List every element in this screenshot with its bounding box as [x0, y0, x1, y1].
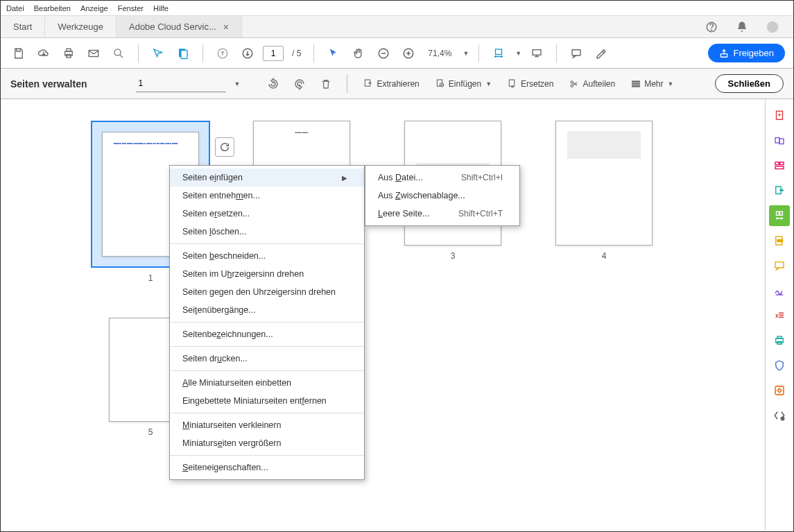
prev-page-icon[interactable] — [213, 44, 232, 63]
menu-item-rotate-ccw[interactable]: Seiten gegen den Uhrzeigersinn drehen — [170, 283, 364, 301]
save-icon[interactable] — [9, 44, 28, 63]
tool-optimize-icon[interactable] — [769, 380, 790, 401]
main-toolbar: / 5 71,4%▼ ▼ Freigeben — [1, 38, 793, 69]
tool-create-pdf-icon[interactable] — [769, 105, 790, 126]
svg-rect-25 — [632, 83, 640, 84]
menu-item-extract-pages[interactable]: Seiten entnehmen... — [170, 187, 364, 205]
menu-item-shrink-thumbs[interactable]: Miniaturseiten verkleinern — [170, 416, 364, 434]
menu-item-print-pages[interactable]: Seiten drucken... — [170, 350, 364, 368]
menu-anzeige[interactable]: Anzeige — [80, 4, 108, 12]
svg-rect-34 — [776, 212, 779, 215]
thumbnail-4[interactable]: 4 — [538, 121, 670, 283]
submenu-item-from-clipboard[interactable]: Aus Zwischenablage... — [365, 187, 519, 205]
menu-item-replace-pages[interactable]: Seiten ersetzen... — [170, 205, 364, 223]
svg-rect-5 — [67, 54, 71, 58]
tab-werkzeuge[interactable]: Werkzeuge — [45, 16, 116, 37]
rotate-cw-icon[interactable] — [290, 74, 309, 94]
submenu-item-from-file[interactable]: Aus Datei...Shift+Ctrl+I — [365, 169, 519, 187]
zoom-value[interactable]: 71,4% — [424, 47, 456, 60]
menu-item-delete-pages[interactable]: Seiten löschen... — [170, 223, 364, 241]
page-number-input[interactable] — [263, 46, 284, 61]
menu-hilfe[interactable]: Hilfe — [153, 4, 169, 12]
svg-point-1 — [711, 29, 712, 30]
close-tab-icon[interactable]: × — [223, 22, 229, 33]
bell-icon[interactable] — [732, 17, 752, 37]
tool-more-icon[interactable] — [769, 405, 790, 426]
svg-point-7 — [114, 49, 121, 55]
tool-combine-icon[interactable] — [769, 130, 790, 151]
svg-rect-29 — [779, 139, 784, 144]
extract-button[interactable]: Extrahieren — [359, 76, 423, 92]
svg-rect-30 — [775, 162, 779, 165]
search-icon[interactable] — [109, 44, 128, 63]
tab-document[interactable]: Adobe Cloud Servic... × — [116, 16, 242, 37]
svg-rect-28 — [775, 138, 779, 144]
insert-button[interactable]: Einfügen▼ — [431, 76, 496, 92]
menu-item-embed-thumbs[interactable]: Alle Miniaturseiten einbetten — [170, 374, 364, 392]
next-page-icon[interactable] — [238, 44, 257, 63]
rotate-thumbnail-icon[interactable] — [215, 137, 234, 157]
mail-icon[interactable] — [84, 44, 103, 63]
tool-export-icon[interactable] — [769, 180, 790, 201]
svg-rect-40 — [779, 313, 784, 314]
svg-rect-42 — [779, 317, 784, 318]
menu-item-enlarge-thumbs[interactable]: Miniaturseiten vergrößern — [170, 434, 364, 452]
menu-item-crop-pages[interactable]: Seiten beschneiden... — [170, 247, 364, 265]
close-panel-button[interactable]: Schließen — [715, 74, 784, 93]
menu-item-transitions[interactable]: Seitenübergänge... — [170, 301, 364, 319]
svg-text:x: x — [775, 313, 779, 319]
help-icon[interactable] — [702, 17, 721, 37]
svg-point-47 — [777, 389, 781, 393]
thumbnail-label: 5 — [148, 427, 153, 437]
menu-bearbeiten[interactable]: Bearbeiten — [34, 4, 71, 12]
submenu-item-blank-page[interactable]: Leere Seite...Shift+Ctrl+T — [365, 205, 519, 223]
tool-protect-icon[interactable] — [769, 355, 790, 376]
tool-measure-icon[interactable]: x — [769, 305, 790, 326]
zoom-dropdown-icon[interactable]: ▼ — [463, 50, 469, 57]
print-icon[interactable] — [59, 44, 78, 63]
svg-rect-38 — [775, 262, 784, 268]
tool-print-icon[interactable] — [769, 330, 790, 351]
replace-button[interactable]: Ersetzen — [503, 76, 558, 92]
comment-icon[interactable] — [567, 44, 586, 63]
svg-rect-32 — [775, 166, 784, 169]
tools-sidebar: x — [765, 100, 793, 531]
tool-edit-icon[interactable] — [769, 155, 790, 176]
profile-icon[interactable] — [763, 17, 782, 37]
menu-item-page-labels[interactable]: Seitenbezeichnungen... — [170, 325, 364, 343]
menu-datei[interactable]: Datei — [6, 4, 24, 12]
tool-redact-icon[interactable] — [769, 230, 790, 251]
selection-tool-icon[interactable] — [148, 44, 168, 63]
svg-rect-37 — [777, 240, 783, 242]
svg-rect-16 — [572, 49, 580, 55]
context-menu-main: Seiten einfügen▶ Seiten entnehmen... Sei… — [169, 165, 365, 480]
zoom-out-icon[interactable] — [374, 44, 393, 63]
fit-dropdown-icon[interactable]: ▼ — [515, 50, 521, 57]
svg-rect-4 — [67, 49, 71, 51]
menu-fenster[interactable]: Fenster — [118, 4, 144, 12]
tabbar: Start Werkzeuge Adobe Cloud Servic... × — [1, 16, 793, 38]
tool-comment-icon[interactable] — [769, 255, 790, 276]
page-select-input[interactable] — [136, 76, 226, 92]
share-button[interactable]: Freigeben — [708, 44, 785, 62]
cloud-icon[interactable] — [34, 44, 53, 63]
delete-icon[interactable] — [316, 74, 336, 94]
menu-item-insert-pages[interactable]: Seiten einfügen▶ — [170, 169, 364, 187]
rotate-ccw-icon[interactable] — [264, 74, 283, 94]
tool-organize-icon[interactable] — [769, 205, 790, 226]
pointer-icon[interactable] — [324, 44, 343, 63]
menu-item-rotate-cw[interactable]: Seiten im Uhrzeigersinn drehen — [170, 265, 364, 283]
more-button[interactable]: Mehr▼ — [626, 76, 678, 92]
tab-start[interactable]: Start — [1, 16, 45, 37]
tool-sign-icon[interactable] — [769, 280, 790, 301]
read-mode-icon[interactable] — [527, 44, 546, 63]
highlight-icon[interactable] — [592, 44, 611, 63]
split-button[interactable]: Aufteilen — [564, 76, 619, 92]
page-select-dropdown-icon[interactable]: ▼ — [234, 80, 241, 87]
hand-icon[interactable] — [349, 44, 368, 63]
zoom-in-icon[interactable] — [399, 44, 418, 63]
fit-width-icon[interactable] — [489, 44, 508, 63]
menu-item-page-properties[interactable]: Seiteneigenschaften... — [170, 458, 364, 477]
page-thumbnails-icon[interactable] — [173, 44, 193, 63]
menu-item-remove-thumbs[interactable]: Eingebettete Miniaturseiten entfernen — [170, 392, 364, 410]
